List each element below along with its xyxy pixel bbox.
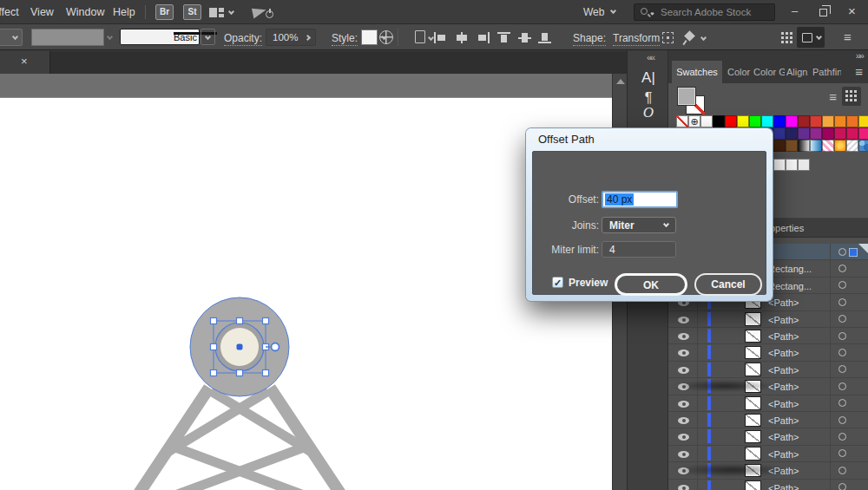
menu-window[interactable]: Window: [66, 6, 104, 18]
layer-label[interactable]: Rectang...: [768, 281, 812, 291]
swatch-grad-bw[interactable]: [798, 140, 810, 152]
swatch[interactable]: [798, 159, 810, 171]
close-tab-icon[interactable]: ×: [21, 55, 28, 68]
bridge-button[interactable]: Br: [155, 4, 174, 20]
artboard-canvas[interactable]: [0, 98, 612, 490]
eye-icon[interactable]: [678, 417, 689, 424]
variable-width-dropdown[interactable]: [0, 29, 23, 46]
target-circle-icon[interactable]: [838, 298, 846, 306]
panel-menu-icon[interactable]: ≡: [760, 221, 863, 231]
layer-label[interactable]: <Path>: [768, 483, 799, 490]
recolor-artwork-icon[interactable]: [379, 30, 393, 44]
menu-help[interactable]: Help: [113, 6, 135, 18]
eye-icon[interactable]: [678, 367, 689, 374]
cancel-button[interactable]: Cancel: [694, 273, 762, 296]
swatch-grad-blue[interactable]: [810, 140, 822, 152]
chevron-down-icon[interactable]: [428, 35, 434, 41]
swatch[interactable]: [700, 115, 713, 127]
stroke-style-dropdown[interactable]: Basic: [120, 29, 200, 45]
layer-row[interactable]: <Path>: [668, 328, 868, 344]
transform-label[interactable]: Transform: [613, 32, 660, 46]
list-view-icon[interactable]: ≡: [829, 90, 837, 103]
target-circle-icon[interactable]: [838, 433, 846, 441]
target-circle-icon[interactable]: [838, 248, 846, 256]
swatch[interactable]: [858, 115, 868, 127]
minimize-button[interactable]: –: [780, 0, 809, 23]
layer-row[interactable]: <Path>: [668, 311, 868, 328]
scroll-up-arrow-icon[interactable]: [616, 79, 625, 84]
layer-thumbnail[interactable]: [745, 363, 761, 376]
eye-icon[interactable]: [678, 451, 689, 458]
grid-icon[interactable]: [781, 32, 792, 43]
layer-label[interactable]: <Path>: [768, 415, 799, 426]
character-panel-icon[interactable]: A|: [628, 69, 669, 87]
target-circle-icon[interactable]: [838, 265, 846, 272]
layer-row[interactable]: <Path>: [668, 480, 868, 490]
restore-button[interactable]: [809, 0, 838, 23]
swatch-pat-white[interactable]: [846, 140, 858, 152]
opentype-panel-icon[interactable]: O: [628, 104, 669, 121]
selection-indicator[interactable]: [850, 249, 857, 256]
ok-button[interactable]: OK: [615, 273, 687, 296]
document-setup-icon[interactable]: [415, 30, 425, 43]
layer-label[interactable]: <Path>: [768, 432, 799, 442]
align-center-icon[interactable]: [456, 32, 469, 43]
offset-path-dialog[interactable]: Offset Path Offset: 40 px Joins: Miter M…: [526, 128, 773, 301]
center-anchor[interactable]: [237, 344, 243, 350]
layer-row[interactable]: <Path>: [668, 446, 868, 462]
fill-color-swatch[interactable]: [31, 29, 104, 46]
eye-icon[interactable]: [678, 350, 689, 356]
panel-menu-icon[interactable]: ≡: [855, 65, 863, 78]
swatch[interactable]: [798, 127, 810, 140]
layer-row[interactable]: <Path>: [668, 344, 868, 361]
align-left-icon[interactable]: [434, 32, 447, 43]
document-tab[interactable]: ×: [0, 51, 50, 74]
shape-label[interactable]: Shape:: [573, 32, 606, 46]
target-circle-icon[interactable]: [838, 483, 846, 490]
grid-view-icon[interactable]: [842, 87, 861, 106]
swatch[interactable]: [822, 127, 834, 140]
eye-icon[interactable]: [678, 401, 689, 408]
opacity-field[interactable]: 100%: [266, 29, 316, 46]
target-circle-icon[interactable]: [838, 382, 846, 390]
joins-dropdown[interactable]: Miter: [602, 217, 676, 233]
swatch[interactable]: [834, 115, 846, 127]
target-circle-icon[interactable]: [838, 332, 846, 340]
live-shape-widget[interactable]: [272, 343, 279, 351]
swatch[interactable]: [786, 159, 798, 171]
workspace-icon[interactable]: [209, 8, 224, 17]
fill-swatch[interactable]: [677, 87, 696, 106]
tab-align[interactable]: Align: [786, 61, 811, 83]
target-circle-icon[interactable]: [838, 449, 846, 457]
target-circle-icon[interactable]: [838, 315, 846, 323]
swatch-pat-pink[interactable]: [822, 140, 834, 152]
swatch-registration[interactable]: ⊕: [688, 115, 700, 127]
layer-label[interactable]: <Path>: [768, 348, 799, 358]
swatch[interactable]: [834, 127, 846, 140]
layer-label[interactable]: <Path>: [768, 399, 799, 409]
swatch[interactable]: [713, 115, 725, 127]
swatch[interactable]: [822, 115, 834, 127]
graphic-style-swatch[interactable]: [361, 29, 378, 45]
stock-button[interactable]: St: [183, 4, 201, 20]
chevron-down-icon[interactable]: [107, 34, 113, 40]
swatch[interactable]: [846, 115, 858, 127]
tower-lattice[interactable]: [128, 388, 351, 490]
layer-thumbnail[interactable]: [745, 430, 761, 444]
swatch-pat-blue[interactable]: [858, 140, 868, 152]
layer-label[interactable]: <Path>: [768, 365, 799, 376]
profile-dropdown[interactable]: Web: [583, 6, 604, 18]
swatch[interactable]: [737, 115, 749, 127]
menu-icon[interactable]: ≡: [844, 30, 852, 43]
align-middle-icon[interactable]: [518, 32, 531, 43]
active-panel-button[interactable]: [797, 27, 825, 48]
stroke-dropdown-button[interactable]: [201, 29, 215, 45]
eye-icon[interactable]: [678, 434, 689, 441]
tab-pathfinder[interactable]: Pathfinder: [812, 61, 841, 83]
target-circle-icon[interactable]: [838, 416, 846, 424]
swatch[interactable]: [786, 115, 798, 127]
tab-color[interactable]: Color: [727, 61, 752, 83]
align-bottom-icon[interactable]: [538, 32, 551, 43]
align-top-icon[interactable]: [497, 32, 510, 43]
eye-icon[interactable]: [678, 317, 689, 323]
